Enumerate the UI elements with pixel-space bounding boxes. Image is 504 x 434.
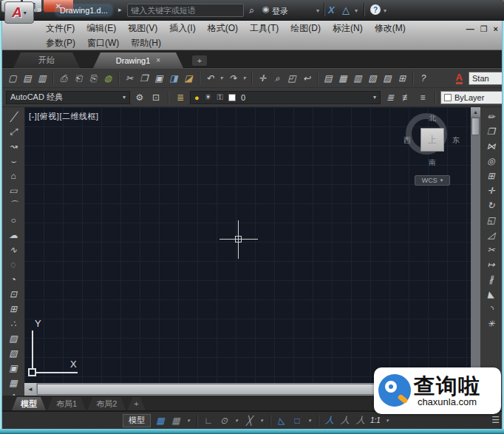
drawing-canvas[interactable]: [-][俯视][二维线框] 北 西 东 南 上 WCS ▾ Y X <box>24 107 471 383</box>
construction-line-icon[interactable]: ⤢ <box>5 125 21 138</box>
qat-overflow-button[interactable]: » <box>37 4 42 15</box>
layer-combo[interactable]: ● ☀ ⚿ 0 ▾ <box>190 91 381 104</box>
chamfer-icon[interactable]: ◣ <box>483 288 500 300</box>
save-icon[interactable]: ▥ <box>35 72 49 85</box>
quickcalc-icon[interactable]: ⊞ <box>395 72 409 85</box>
region-icon[interactable]: ▣ <box>5 362 21 374</box>
vertical-scroll-thumb[interactable] <box>471 118 480 135</box>
signin-dropdown-icon[interactable]: ▾ <box>316 7 319 14</box>
designcenter-icon[interactable]: ▦ <box>336 72 350 85</box>
cut-icon[interactable]: ✂ <box>123 72 136 85</box>
layer-on-icon[interactable]: ● <box>194 93 200 102</box>
ortho-mode-icon[interactable]: ∟ <box>202 415 214 427</box>
open-icon[interactable]: ▤ <box>21 72 34 85</box>
arc-3point-icon[interactable]: ⌣ <box>5 155 21 167</box>
scale-dropdown[interactable]: ▾ <box>384 415 390 427</box>
help-icon[interactable]: ? <box>370 4 381 15</box>
help-dropdown-icon[interactable]: ▾ <box>384 7 386 14</box>
redo-icon[interactable]: ↷ <box>226 72 239 85</box>
tab-layout1[interactable]: 布局1 <box>47 397 86 410</box>
menu-item[interactable]: 标注(N) <box>333 22 363 35</box>
osnap-dropdown[interactable]: ▾ <box>307 415 313 427</box>
exchange-apps-icon[interactable]: X <box>328 4 335 16</box>
menu-item[interactable]: 窗口(W) <box>87 37 119 50</box>
style-combo[interactable]: Stan <box>469 72 503 85</box>
search-input[interactable] <box>127 4 244 17</box>
polar-tracking-icon[interactable]: ⊙ <box>218 415 230 427</box>
point-icon[interactable]: ∴ <box>5 317 21 330</box>
match-properties-icon[interactable]: ◨ <box>167 72 180 85</box>
etransmit-icon[interactable]: ◍ <box>101 72 115 85</box>
zoom-realtime-icon[interactable]: ⌕ <box>270 72 284 85</box>
hatch-icon[interactable]: ▨ <box>5 332 21 345</box>
rectangle-icon[interactable]: ▭ <box>5 184 21 197</box>
make-layer-current-icon[interactable]: ≡ <box>416 91 429 104</box>
scroll-left-button[interactable]: ◄ <box>24 383 36 396</box>
print-icon[interactable]: ⎙ <box>57 72 70 85</box>
offset-icon[interactable]: ◎ <box>483 155 500 167</box>
fillet-icon[interactable]: ◝ <box>483 302 500 315</box>
menu-item[interactable]: 格式(O) <box>208 22 238 35</box>
gear-icon[interactable]: ⚙ <box>133 91 146 104</box>
layer-lock-icon[interactable]: ⚿ <box>217 92 223 102</box>
layer-previous-icon[interactable]: ≢ <box>400 91 413 104</box>
autodesk360-icon[interactable]: △ <box>342 4 350 16</box>
grid-display-icon[interactable]: ▦ <box>154 415 166 427</box>
new-tab-button[interactable]: + <box>192 55 207 66</box>
object-snap-icon[interactable]: □ <box>291 415 303 427</box>
scale-icon[interactable]: ◱ <box>483 214 500 226</box>
doc-minimize-button[interactable]: — <box>466 24 474 34</box>
menu-item[interactable]: 插入(I) <box>169 22 195 35</box>
otrack-dropdown[interactable]: ▾ <box>259 415 265 427</box>
viewport-controls-label[interactable]: [-][俯视][二维线框] <box>29 111 99 122</box>
spline-icon[interactable]: ∿ <box>5 243 21 256</box>
sheet-set-manager-icon[interactable]: ▧ <box>366 72 379 85</box>
application-menu-button[interactable]: A ▾ <box>4 1 34 24</box>
annotation-autoscale-icon[interactable]: 人 <box>339 415 351 427</box>
trim-icon[interactable]: ✂ <box>483 243 500 256</box>
array-icon[interactable]: ⊞ <box>483 169 500 182</box>
viewcube-west-label[interactable]: 西 <box>403 135 411 146</box>
ellipse-arc-icon[interactable]: ◔ <box>5 273 21 285</box>
wcs-dropdown[interactable]: WCS ▾ <box>415 175 450 186</box>
menu-item[interactable]: 帮助(H) <box>131 37 161 50</box>
tool-palettes-icon[interactable]: ▥ <box>351 72 364 85</box>
status-menu-icon[interactable]: ☰ <box>491 415 500 425</box>
explode-icon[interactable]: ✳ <box>483 317 500 330</box>
new-layout-button[interactable]: + <box>127 397 145 410</box>
stretch-icon[interactable]: ◿ <box>483 228 500 241</box>
line-icon[interactable]: ╱ <box>5 110 21 123</box>
annotation-scale-value[interactable]: 1:1 <box>370 415 381 427</box>
layer-freeze-icon[interactable]: ☀ <box>205 92 212 102</box>
menu-item[interactable]: 文件(F) <box>46 22 75 35</box>
tab-start[interactable]: 开始 <box>13 52 80 68</box>
markup-set-manager-icon[interactable]: ▨ <box>381 72 394 85</box>
doc-close-button[interactable]: × <box>494 24 498 34</box>
vertical-scrollbar[interactable]: ▲ <box>471 107 480 383</box>
undo-dropdown[interactable]: ▾ <box>218 72 225 85</box>
viewcube-north-label[interactable]: 北 <box>429 113 436 123</box>
polygon-icon[interactable]: ⌂ <box>5 169 21 182</box>
color-combo[interactable]: ByLayer <box>440 91 503 104</box>
break-icon[interactable]: ∦ <box>483 273 500 285</box>
menu-item[interactable]: 视图(V) <box>128 22 157 35</box>
snap-mode-icon[interactable]: ▦ <box>170 415 182 427</box>
search-icon[interactable]: ⌕ <box>249 4 254 16</box>
annotation-scale-icon[interactable]: 人 <box>355 415 367 427</box>
paste-icon[interactable]: ▣ <box>152 72 166 85</box>
layer-color-swatch[interactable] <box>228 94 236 101</box>
menu-item[interactable]: 工具(T) <box>250 22 279 35</box>
publish-icon[interactable]: ⎘ <box>86 72 100 85</box>
gradient-icon[interactable]: ▧ <box>5 347 21 359</box>
title-flyout-arrow[interactable]: ▸ <box>118 6 122 13</box>
workspace-combo[interactable]: AutoCAD 经典 ▾ <box>6 91 130 104</box>
viewcube-top-face[interactable]: 上 <box>420 128 444 152</box>
zoom-window-icon[interactable]: ◰ <box>285 72 299 85</box>
workspace-settings-icon[interactable]: ⊡ <box>149 91 163 104</box>
move-icon[interactable]: ✛ <box>483 184 500 197</box>
circle-icon[interactable]: ○ <box>5 214 21 226</box>
arc-icon[interactable]: ⌒ <box>5 199 21 211</box>
tab-layout2[interactable]: 布局2 <box>87 397 126 410</box>
make-block-icon[interactable]: ⊞ <box>5 302 21 315</box>
copy-icon[interactable]: ❐ <box>137 72 151 85</box>
